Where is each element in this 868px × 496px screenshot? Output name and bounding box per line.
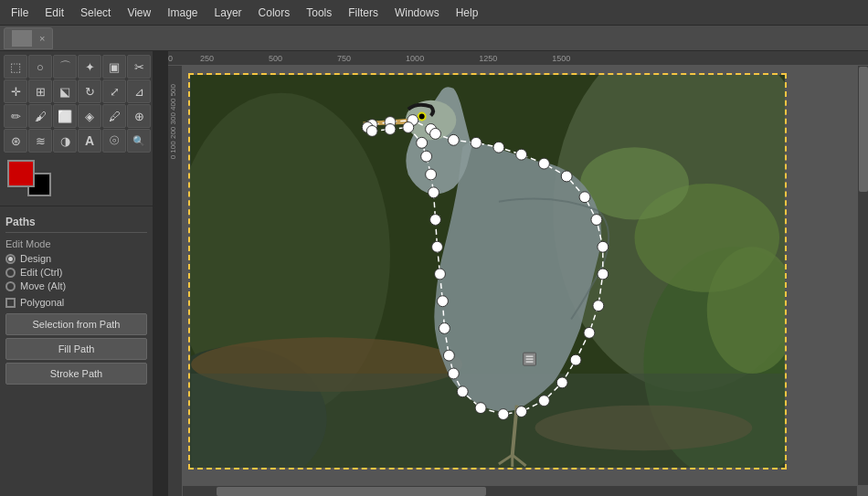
ruler-mark-0: 0 [168,54,173,63]
image-background [190,75,785,468]
edit-mode-label: Edit Mode [5,238,147,249]
svg-point-13 [419,114,425,120]
eraser-tool[interactable]: ⬜ [53,104,77,128]
menu-tools[interactable]: Tools [299,5,339,21]
heal-tool[interactable]: ⊕ [127,104,151,128]
pencil-tool[interactable]: ✏ [4,104,27,128]
canvas-area: 0 250 500 750 1000 1250 1500 0 100 200 3… [153,51,868,496]
heron-image-svg [190,75,785,468]
menu-layer[interactable]: Layer [207,5,249,21]
ellipse-select-tool[interactable]: ○ [28,55,52,79]
ruler-mark-1250: 1250 [479,54,497,63]
mode-edit-option[interactable]: Edit (Ctrl) [5,267,147,278]
menu-select[interactable]: Select [73,5,118,21]
polygonal-label: Polygonal [20,297,64,308]
scale-tool[interactable]: ⤢ [102,79,126,103]
ruler-left-ticks: 0 100 200 300 400 500 [169,84,177,159]
mode-move-label: Move (Alt) [20,280,66,291]
shear-tool[interactable]: ⊿ [127,79,151,103]
ruler-mark-750: 750 [337,54,351,63]
toolbox-divider [0,206,153,206]
mode-move-option[interactable]: Move (Alt) [5,280,147,291]
menu-windows[interactable]: Windows [387,5,447,21]
foreground-color-swatch[interactable] [7,160,35,187]
menu-colors[interactable]: Colors [251,5,298,21]
polygonal-option[interactable]: Polygonal [5,297,147,308]
menu-view[interactable]: View [120,5,158,21]
ink-tool[interactable]: 🖊 [102,104,126,128]
dodge-burn-tool[interactable]: ◑ [53,129,77,153]
rectangle-select-tool[interactable]: ⬚ [4,55,27,79]
select-by-color-tool[interactable]: ▣ [102,55,126,79]
menu-file[interactable]: File [4,5,36,21]
tabbar: × [0,26,868,51]
rotate-tool[interactable]: ↻ [78,79,101,103]
ruler-mark-1500: 1500 [552,54,570,63]
menu-help[interactable]: Help [449,5,486,21]
ruler-left: 0 100 200 300 400 500 [168,66,183,496]
ruler-mark-1000: 1000 [406,54,424,63]
image-tab[interactable]: × [4,27,53,49]
scissors-tool[interactable]: ✂ [127,55,151,79]
menu-image[interactable]: Image [160,5,205,21]
tab-close[interactable]: × [39,33,45,44]
horizontal-scrollbar[interactable] [183,485,857,496]
ruler-top: 0 250 500 750 1000 1250 1500 [168,51,868,66]
horizontal-scroll-thumb[interactable] [217,487,486,496]
move-tool[interactable]: ✛ [4,79,27,103]
mode-design-option[interactable]: Design [5,253,147,264]
fuzzy-select-tool[interactable]: ✦ [78,55,101,79]
canvas-content[interactable]: 0 100 200 300 400 500 [168,66,868,496]
mode-edit-label: Edit (Ctrl) [20,267,62,278]
selection-from-path-btn[interactable]: Selection from Path [5,313,147,335]
smudge-tool[interactable]: ≋ [28,129,52,153]
color-picker-tool[interactable]: ⦾ [102,129,126,153]
fill-path-btn[interactable]: Fill Path [5,338,147,360]
color-swatches [0,156,153,204]
vertical-scroll-thumb[interactable] [859,67,868,193]
tab-thumbnail [12,30,32,47]
tools-grid: ⬚ ○ ⌒ ✦ ▣ ✂ ✛ ⊞ ⬕ ↻ ⤢ ⊿ ✏ 🖌 ⬜ ◈ 🖊 ⊕ ⊛ ≋ … [0,51,153,156]
paths-panel-title: Paths [5,212,147,233]
menubar: File Edit Select View Image Layer Colors… [0,0,868,26]
clone-tool[interactable]: ⊛ [4,129,27,153]
alignment-tool[interactable]: ⊞ [28,79,52,103]
mode-design-radio[interactable] [5,254,16,264]
polygonal-checkbox[interactable] [5,298,16,308]
vertical-scrollbar[interactable] [857,66,868,485]
mode-design-label: Design [20,253,51,264]
airbrush-tool[interactable]: ◈ [78,104,101,128]
text-tool[interactable]: A [78,129,101,153]
mode-edit-radio[interactable] [5,268,16,278]
ruler-mark-500: 500 [269,54,282,63]
paintbrush-tool[interactable]: 🖌 [28,104,52,128]
toolbox: ⬚ ○ ⌒ ✦ ▣ ✂ ✛ ⊞ ⬕ ↻ ⤢ ⊿ ✏ 🖌 ⬜ ◈ 🖊 ⊕ ⊛ ≋ … [0,51,153,496]
free-select-tool[interactable]: ⌒ [53,55,77,79]
crop-tool[interactable]: ⬕ [53,79,77,103]
mode-move-radio[interactable] [5,281,16,291]
menu-edit[interactable]: Edit [37,5,71,21]
paths-buttons: Selection from Path Fill Path Stroke Pat… [5,313,147,385]
zoom-tool[interactable]: 🔍 [127,129,151,153]
menu-filters[interactable]: Filters [341,5,386,21]
image-canvas[interactable] [188,73,787,470]
main-layout: ⬚ ○ ⌒ ✦ ▣ ✂ ✛ ⊞ ⬕ ↻ ⤢ ⊿ ✏ 🖌 ⬜ ◈ 🖊 ⊕ ⊛ ≋ … [0,51,868,496]
ruler-mark-250: 250 [200,54,214,63]
stroke-path-btn[interactable]: Stroke Path [5,363,147,385]
color-swatch-container [7,160,60,200]
paths-panel: Paths Edit Mode Design Edit (Ctrl) Move … [0,208,153,496]
